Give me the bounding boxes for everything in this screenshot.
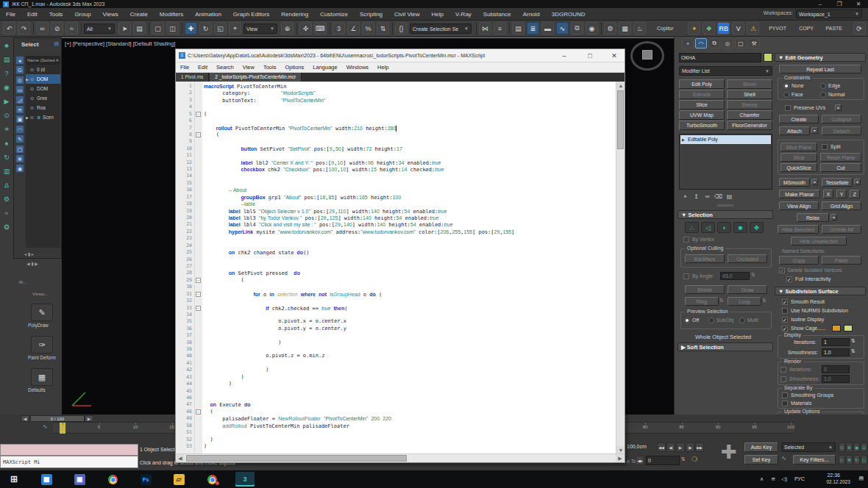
msmooth-settings-button[interactable]: ▪ (811, 179, 818, 185)
editor-close-button[interactable]: ✕ (605, 49, 623, 62)
element-icon[interactable]: ❖ (750, 222, 764, 233)
keyboard-override-icon[interactable]: ⌨ (314, 22, 327, 35)
planar-y-button[interactable]: Y (836, 190, 847, 198)
angle-snap-icon[interactable]: ∠ (347, 22, 360, 35)
make-unique-icon[interactable]: ∞ (702, 193, 712, 201)
help-icon[interactable]: ? (1, 68, 13, 79)
code-line[interactable] (204, 173, 616, 179)
spinner-snap-icon[interactable]: ⇅ (377, 22, 389, 35)
maxscript-titlebar[interactable]: ≡ C:\Users\Galaxy\AppData\Local\Autodesk… (176, 49, 625, 62)
transform-gizmo-icon[interactable]: ✚ (715, 438, 743, 466)
code-line[interactable] (204, 360, 616, 367)
preserve-uvs-checkbox[interactable] (785, 105, 791, 111)
ring-spinner[interactable]: ⇅ (719, 298, 724, 304)
constraint-normal-radio[interactable] (820, 92, 826, 98)
editor-maximize-button[interactable]: □ (581, 49, 599, 62)
grid-align-button[interactable]: Grid Align (822, 201, 861, 210)
sun-icon[interactable]: ☀ (1, 123, 13, 135)
set-key-button[interactable]: Set Key (744, 455, 778, 464)
bell-icon[interactable]: Δ (1, 179, 13, 191)
modifier-button-edit-poly[interactable]: Edit Poly (679, 79, 725, 89)
select-and-rotate-icon[interactable]: ↻ (199, 22, 212, 35)
photoshop-icon[interactable]: Ps (136, 472, 155, 487)
polygon-icon[interactable]: ■ (733, 222, 747, 233)
viewport-label[interactable]: [+] [Perspective] [Standard] [Default Sh… (65, 40, 175, 47)
volume-icon[interactable]: ◁) (781, 476, 787, 482)
menu-rendering[interactable]: Rendering (275, 8, 314, 21)
by-angle-spinner[interactable]: ⇅ (751, 272, 755, 278)
network-icon[interactable]: ≋ (771, 476, 775, 482)
select-and-scale-icon[interactable]: ◱ (214, 22, 227, 35)
language-indicator[interactable]: РУС (794, 476, 805, 481)
cage-color-swatch-1[interactable] (832, 325, 841, 331)
smoothing-groups-checkbox[interactable] (782, 392, 788, 398)
menu-create[interactable]: Create (124, 8, 154, 21)
select-by-name-icon[interactable]: ▤ (133, 22, 146, 35)
material-editor-icon[interactable]: ◉ (586, 22, 598, 35)
select-and-place-icon[interactable]: ⌖ (229, 22, 241, 35)
calculator-icon[interactable]: ▦ (37, 472, 56, 487)
use-pivot-center-icon[interactable]: ⊕ (281, 22, 294, 35)
code-line[interactable]: palisadeFloater = NewRolloutFloater "Piv… (204, 415, 616, 422)
iterations-value[interactable]: 1 (822, 338, 850, 346)
copy-button[interactable]: COPY (799, 26, 814, 31)
menu-arnold[interactable]: Arnold (517, 8, 546, 21)
auto-key-button[interactable]: Auto Key (744, 442, 778, 452)
code-line[interactable] (204, 118, 616, 124)
reference-coordinate-dropdown[interactable]: View▼ (243, 24, 277, 34)
select-object-filter-icon[interactable]: ● (15, 56, 24, 65)
maxscript-code-area[interactable]: 1234567891011121314151617181920212223242… (176, 82, 625, 455)
tree-row-dom[interactable]: ▶⊙DOM (26, 74, 60, 84)
code-line[interactable]: o.pivot.z = o.min.z (204, 353, 616, 359)
current-frame-field[interactable]: 0 (646, 456, 680, 465)
code-line[interactable] (204, 395, 616, 401)
code-line[interactable] (204, 298, 616, 304)
code-line[interactable]: ( (204, 277, 616, 284)
containers-filter-icon[interactable]: ▢ (15, 145, 24, 154)
dock-collapse-icon[interactable]: ◀ ▮ ▶ (26, 261, 38, 266)
curve-editor-icon[interactable]: ∿ (556, 22, 569, 35)
code-line[interactable] (204, 180, 616, 187)
loop-button[interactable]: Loop (728, 297, 761, 306)
select-and-link-icon[interactable]: ∞ (36, 22, 49, 35)
select-object-icon[interactable]: ➤ (118, 22, 131, 35)
code-line[interactable]: for o in selection where not isGroupHead… (204, 291, 616, 298)
quickslice-button[interactable]: QuickSlice (780, 163, 817, 172)
geometry-filter-icon[interactable]: ▣ (15, 115, 24, 123)
pyvot-button[interactable]: PYVOT (769, 26, 786, 31)
code-line[interactable]: label lbl4 "Click and visit my site : " … (204, 221, 616, 228)
code-line[interactable] (204, 152, 616, 159)
code-line[interactable]: label lbl2 "Center X and Y: " pos:[9,10]… (204, 159, 616, 166)
modifier-button-uvw-map[interactable]: UVW Map (679, 110, 725, 120)
tree-row-0-d[interactable]: ⊙0 (d (26, 65, 60, 74)
play-animation-icon[interactable]: ▶ (676, 442, 685, 452)
code-line[interactable]: label lbl5 "Object Selecter v 1.0" pos:[… (204, 208, 616, 215)
paste-button-eg[interactable]: Paste (822, 256, 861, 265)
save-tool-icon[interactable]: ▣ (70, 472, 89, 487)
constraint-edge-radio[interactable] (820, 83, 826, 89)
slice-button[interactable]: Slice (780, 153, 817, 162)
grow-button[interactable]: Grow (728, 285, 767, 294)
lamp-icon[interactable]: ⊙ (1, 110, 13, 121)
editor-menu-windows[interactable]: Windows (342, 64, 373, 71)
editor-horizontal-scrollbar[interactable]: ◀ ▶ (176, 453, 625, 462)
fov-icon[interactable]: ▷ (839, 455, 845, 464)
group-filter-icon[interactable]: G (15, 65, 24, 74)
zoom-extents-icon[interactable]: ◉ (853, 442, 860, 452)
reset-plane-button[interactable]: Reset Plane (820, 153, 861, 162)
editor-menu-options[interactable]: Options (280, 64, 308, 71)
visibility-eye-icon[interactable]: ⊙ (30, 96, 37, 101)
show-end-result-icon[interactable]: ↥ (691, 193, 701, 201)
loop-spinner[interactable]: ⇅ (762, 298, 766, 304)
rollout-subdivision-surface[interactable]: ▼ Subdivision Surface (775, 287, 866, 295)
panel-resize-handle[interactable] (717, 204, 733, 207)
clipboard-icon[interactable]: ▥ (1, 165, 13, 177)
plugin-warning-icon[interactable]: ⚠ (747, 22, 759, 35)
key-mode-toggle-icon[interactable]: ❍ (691, 456, 697, 463)
display-tab-icon[interactable]: ▢ (735, 38, 747, 49)
tray-expand-icon[interactable]: ∧ (760, 476, 764, 482)
percent-snap-icon[interactable]: % (362, 22, 374, 35)
particles-filter-icon[interactable]: ✻ (15, 154, 24, 163)
code-line[interactable]: buttonText: "PivotToCenterMin" (204, 97, 616, 104)
key-filters-button[interactable]: Key Filters... (793, 455, 836, 464)
